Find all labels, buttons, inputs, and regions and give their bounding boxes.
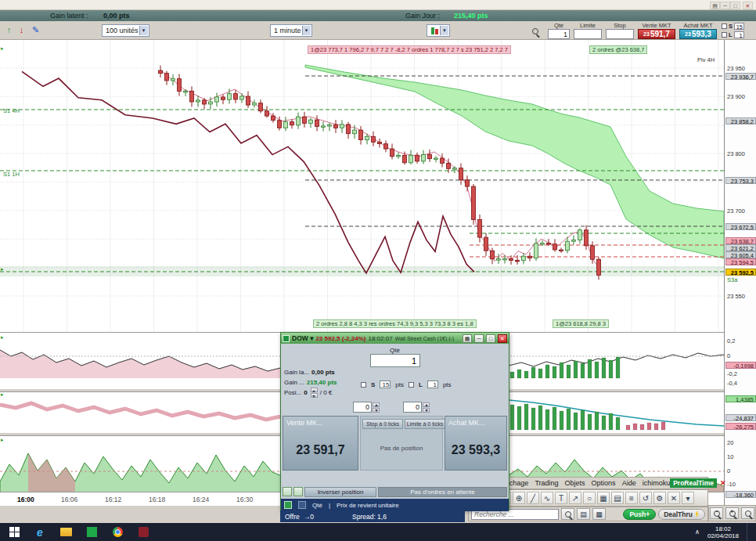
buy-market-button[interactable]: Achat MK... 23 593,3 — [445, 416, 507, 471]
push-button[interactable]: Push+ — [623, 509, 656, 520]
window-close-button[interactable]: ✕ — [498, 334, 507, 343]
app-red-icon[interactable] — [134, 523, 153, 541]
stop-distance-input[interactable]: 15 — [380, 381, 391, 388]
edge-icon[interactable]: e — [31, 523, 49, 541]
time-label: 16:00 — [17, 496, 34, 503]
edit-icon[interactable] — [293, 487, 303, 496]
search-icon — [532, 28, 538, 34]
pane-arrow-icon[interactable]: ▸ — [1, 437, 4, 443]
crosshair-icon[interactable]: ⊕ — [513, 492, 525, 504]
window-maximize-button[interactable]: □ — [486, 334, 495, 343]
stop-input[interactable] — [606, 29, 634, 39]
settings-icon[interactable]: ⚙ — [653, 492, 666, 504]
sell-arrow-icon[interactable]: ↓ — [16, 24, 27, 36]
keyboard-icon[interactable]: ▤ — [710, 2, 720, 9]
more-icon[interactable]: ▾ — [682, 492, 694, 504]
instrument-search-icon[interactable] — [529, 26, 541, 38]
stop-price-stepper[interactable]: 0 — [353, 402, 372, 413]
reverse-position-button[interactable]: Inverser position — [304, 487, 376, 497]
menu-objets[interactable]: Objets — [565, 479, 585, 487]
pane-arrow-icon[interactable]: ▸ — [1, 334, 4, 341]
confirm-icon[interactable] — [284, 501, 292, 509]
stop-checkbox[interactable] — [361, 382, 366, 388]
panel-icon[interactable]: ▤ — [577, 508, 590, 520]
ellipse-icon[interactable]: ○ — [583, 492, 596, 504]
sell-mkt-button[interactable]: 23591,7 — [638, 29, 675, 39]
list-icon[interactable] — [283, 487, 292, 496]
close-button[interactable]: ✕ — [743, 2, 753, 9]
window-minimize-button[interactable]: ─ — [474, 334, 484, 343]
stop-ticks-button[interactable]: Stop à 0 ticks — [362, 419, 403, 429]
axis-label: 23 858,2 — [725, 117, 756, 124]
orders-banner: 1@23 773,7 1 796,2 7 9,7 7 2 7 -8,2 7 or… — [308, 45, 511, 54]
trading-app-icon[interactable] — [82, 523, 101, 541]
arrow-icon[interactable]: ↗ — [569, 492, 581, 504]
chart-canvas — [0, 40, 724, 332]
fibonacci-icon[interactable]: ∿ — [541, 492, 553, 504]
workspace-close-button[interactable]: ✕ — [720, 479, 726, 487]
order-window-titlebar[interactable]: DOW ▾ 23 592,5 (-2,24%) 18:02:07 Wall St… — [281, 333, 509, 344]
position-suffix: / 0 € — [320, 389, 333, 396]
instrument-selector[interactable]: DOW ▾ — [292, 334, 313, 342]
taskbar-clock[interactable]: 18:02 02/04/2018 — [707, 525, 739, 539]
price-chart[interactable]: 1@23 773,7 1 796,2 7 9,7 7 2 7 -8,2 7 or… — [0, 40, 724, 332]
timeframe-dropdown[interactable]: 1 minute▼ — [270, 24, 312, 37]
stepper-arrows[interactable] — [373, 402, 380, 413]
qty-input[interactable]: 1 — [548, 29, 570, 39]
limit-ticks-button[interactable]: Limite à 0 ticks — [405, 419, 445, 429]
pane-arrow-icon[interactable]: ▸ — [1, 266, 4, 272]
limit-input[interactable] — [574, 29, 602, 39]
start-button[interactable] — [5, 523, 23, 541]
chrome-icon[interactable] — [108, 523, 127, 541]
tray-expand-icon[interactable]: ∧ — [695, 528, 700, 536]
limit-distance-input[interactable]: 1 — [734, 31, 744, 38]
gain-latent-label: Gain la... — [284, 369, 309, 376]
layout-icon[interactable]: ▤ — [611, 492, 624, 504]
indicator1-fill — [0, 350, 280, 378]
zoom-fit-button[interactable] — [741, 507, 754, 519]
buy-arrow-icon[interactable]: ↑ — [3, 24, 15, 36]
buy-mkt-button[interactable]: 23593,3 — [679, 29, 717, 39]
limit-distance-input[interactable]: 1 — [427, 381, 438, 388]
pane-arrow-icon[interactable]: ▸ — [1, 45, 4, 52]
order-qty-input[interactable] — [370, 354, 420, 367]
pending-orders-header: Pas d'ordres en attente — [378, 487, 507, 497]
axis-label: 23 753,3 — [725, 177, 756, 184]
trendline-icon[interactable]: ╱ — [527, 492, 539, 504]
window-grid-button[interactable]: ▦ — [463, 334, 472, 343]
limit-checkbox[interactable] — [409, 382, 414, 388]
grid-icon[interactable]: ▦ — [597, 492, 610, 504]
show-desktop-button[interactable] — [747, 523, 750, 541]
stop-checkbox[interactable] — [722, 23, 727, 29]
menu-aide[interactable]: Aide — [622, 479, 636, 487]
draw-mode-icon[interactable]: ✎ — [30, 24, 41, 36]
units-dropdown[interactable]: 100 unités▼ — [102, 24, 149, 37]
price-axis[interactable]: 23 95023 936,723 90023 858,223 80023 753… — [724, 40, 756, 521]
minimize-button[interactable]: ─ — [720, 2, 730, 9]
stepper-arrows[interactable] — [423, 402, 430, 413]
text-icon[interactable]: T — [555, 492, 567, 504]
dealthru-button[interactable]: DealThru — [658, 509, 705, 520]
limit-checkbox[interactable] — [722, 32, 727, 38]
main-toolbar: ↑ ↓ ✎ 100 unités▼ 1 minute▼ ▼ Qté 1 Limi… — [0, 21, 756, 40]
zoom-out-button[interactable] — [710, 507, 723, 519]
list-icon[interactable]: ≡ — [625, 492, 638, 504]
menu-options[interactable]: Options — [592, 479, 616, 487]
search-go-button[interactable] — [561, 508, 574, 520]
limit-price-stepper[interactable]: 0 — [403, 402, 422, 413]
delete-icon[interactable]: ✕ — [668, 492, 680, 504]
stop-distance-input[interactable]: 15 — [734, 23, 744, 30]
pane-arrow-icon[interactable]: ▸ — [1, 391, 4, 398]
chart-type-dropdown[interactable]: ▼ — [427, 24, 450, 37]
maximize-button[interactable]: □ — [730, 2, 740, 9]
filter-icon[interactable] — [298, 501, 306, 509]
menu-trading[interactable]: Trading — [535, 479, 558, 487]
menu-ichimoku[interactable]: ichimoku — [643, 479, 671, 487]
axis-label: 23 800 — [725, 150, 756, 157]
position-stepper[interactable] — [311, 388, 318, 398]
zoom-in-button[interactable] — [725, 507, 739, 519]
undo-icon[interactable]: ↺ — [639, 492, 652, 504]
file-explorer-icon[interactable] — [56, 523, 75, 541]
sell-market-button[interactable]: Vente MK... 23 591,7 — [283, 416, 358, 471]
notes-icon[interactable]: ▦ — [592, 508, 606, 520]
